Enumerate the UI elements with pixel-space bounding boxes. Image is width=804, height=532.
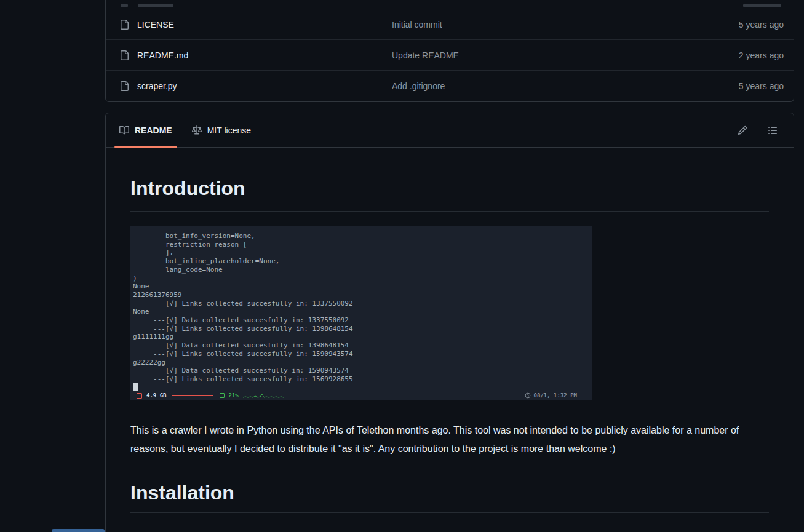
file-name-link[interactable]: LICENSE	[137, 20, 392, 30]
file-icon	[119, 81, 129, 91]
tab-license-label: MIT license	[207, 125, 251, 135]
readme-content: Introduction bot_info_version=None, rest…	[106, 148, 794, 532]
file-name-link[interactable]: README.md	[137, 50, 392, 60]
cpu-icon	[220, 393, 225, 398]
list-unordered-icon	[768, 125, 778, 135]
clipped-row-fragment	[743, 4, 781, 7]
readme-heading-installation: Installation	[130, 480, 769, 513]
clock-icon	[525, 392, 531, 399]
table-row: scraper.py Add .gitignore 5 years ago	[106, 71, 794, 101]
clock-value: 08/1, 1:32 PM	[534, 392, 577, 399]
tab-license[interactable]: MIT license	[182, 113, 261, 147]
readme-card: README MIT license Introduction bot_info…	[105, 113, 794, 532]
edit-readme-button[interactable]	[733, 121, 752, 140]
terminal-cursor	[133, 383, 138, 391]
commit-message-link[interactable]: Add .gitignore	[392, 81, 710, 91]
cpu-sparkline	[243, 392, 284, 399]
file-icon	[119, 20, 129, 30]
terminal-screenshot-image[interactable]: bot_info_version=None, restriction_reaso…	[130, 226, 592, 400]
law-icon	[192, 125, 202, 135]
readme-header: README MIT license	[106, 113, 794, 148]
readme-heading-introduction: Introduction	[130, 176, 769, 212]
commit-age: 5 years ago	[710, 81, 784, 91]
book-icon	[119, 125, 129, 135]
memory-value: 4.9 GB	[146, 392, 167, 399]
commit-age: 2 years ago	[710, 50, 784, 60]
pencil-icon	[738, 125, 747, 135]
memory-icon	[137, 393, 142, 399]
table-row: LICENSE Initial commit 5 years ago	[106, 9, 794, 40]
file-list: LICENSE Initial commit 5 years ago READM…	[105, 0, 794, 102]
clipped-element-fragment	[52, 529, 105, 532]
tab-readme-label: README	[135, 125, 172, 135]
terminal-status-bar: 4.9 GB 21% 08/1, 1:32 PM	[130, 391, 592, 400]
table-row: README.md Update README 2 years ago	[106, 40, 794, 71]
clipped-file-row	[106, 0, 794, 9]
memory-graph	[172, 395, 213, 396]
clipped-row-fragment	[138, 4, 173, 7]
tab-readme[interactable]: README	[109, 113, 182, 147]
cpu-value: 21%	[229, 392, 239, 399]
clipped-row-fragment	[121, 4, 128, 7]
terminal-clock: 08/1, 1:32 PM	[525, 392, 586, 399]
commit-message-link[interactable]: Update README	[392, 50, 710, 60]
outline-button[interactable]	[763, 121, 782, 140]
file-icon	[119, 50, 129, 60]
commit-age: 5 years ago	[710, 20, 784, 30]
repo-page-content: LICENSE Initial commit 5 years ago READM…	[105, 0, 794, 532]
readme-header-actions	[733, 121, 787, 140]
terminal-output: bot_info_version=None, restriction_reaso…	[130, 226, 592, 384]
readme-paragraph: This is a crawler I wrote in Python usin…	[130, 421, 769, 458]
file-name-link[interactable]: scraper.py	[137, 81, 392, 91]
commit-message-link[interactable]: Initial commit	[392, 20, 710, 30]
